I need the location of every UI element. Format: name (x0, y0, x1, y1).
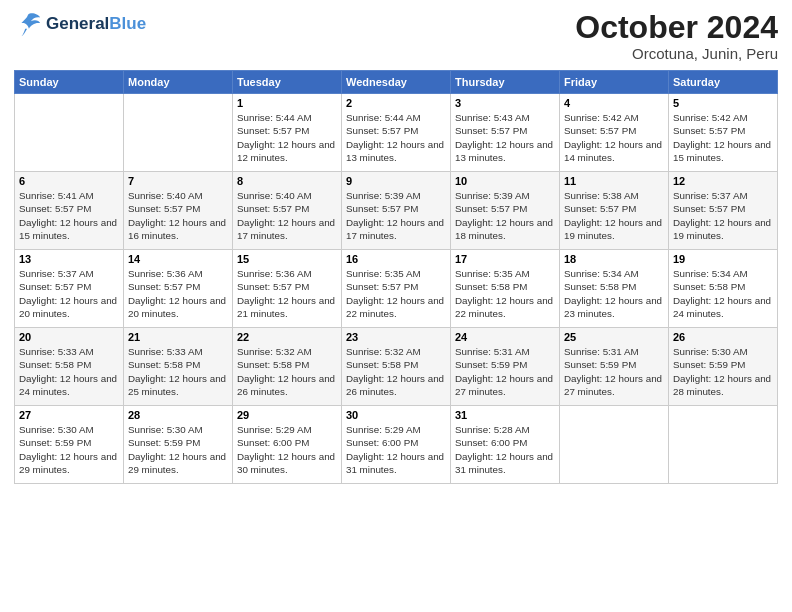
day-info: Sunrise: 5:39 AM Sunset: 5:57 PM Dayligh… (346, 189, 446, 242)
day-number: 4 (564, 97, 664, 109)
calendar-day-cell: 30Sunrise: 5:29 AM Sunset: 6:00 PM Dayli… (342, 406, 451, 484)
day-number: 30 (346, 409, 446, 421)
calendar-week-row: 20Sunrise: 5:33 AM Sunset: 5:58 PM Dayli… (15, 328, 778, 406)
day-info: Sunrise: 5:37 AM Sunset: 5:57 PM Dayligh… (673, 189, 773, 242)
calendar-week-row: 6Sunrise: 5:41 AM Sunset: 5:57 PM Daylig… (15, 172, 778, 250)
calendar-day-cell: 14Sunrise: 5:36 AM Sunset: 5:57 PM Dayli… (124, 250, 233, 328)
day-info: Sunrise: 5:32 AM Sunset: 5:58 PM Dayligh… (237, 345, 337, 398)
day-number: 23 (346, 331, 446, 343)
logo: GeneralBlue (14, 10, 146, 38)
calendar-day-cell: 7Sunrise: 5:40 AM Sunset: 5:57 PM Daylig… (124, 172, 233, 250)
day-info: Sunrise: 5:40 AM Sunset: 5:57 PM Dayligh… (237, 189, 337, 242)
day-number: 3 (455, 97, 555, 109)
calendar-week-row: 13Sunrise: 5:37 AM Sunset: 5:57 PM Dayli… (15, 250, 778, 328)
day-number: 29 (237, 409, 337, 421)
calendar-day-cell: 25Sunrise: 5:31 AM Sunset: 5:59 PM Dayli… (560, 328, 669, 406)
calendar-day-cell: 24Sunrise: 5:31 AM Sunset: 5:59 PM Dayli… (451, 328, 560, 406)
day-info: Sunrise: 5:33 AM Sunset: 5:58 PM Dayligh… (128, 345, 228, 398)
day-number: 31 (455, 409, 555, 421)
day-info: Sunrise: 5:36 AM Sunset: 5:57 PM Dayligh… (237, 267, 337, 320)
day-number: 26 (673, 331, 773, 343)
day-number: 7 (128, 175, 228, 187)
calendar-day-cell: 31Sunrise: 5:28 AM Sunset: 6:00 PM Dayli… (451, 406, 560, 484)
day-info: Sunrise: 5:31 AM Sunset: 5:59 PM Dayligh… (564, 345, 664, 398)
day-number: 22 (237, 331, 337, 343)
calendar-day-cell (15, 94, 124, 172)
calendar-table: SundayMondayTuesdayWednesdayThursdayFrid… (14, 70, 778, 484)
page-subtitle: Orcotuna, Junin, Peru (575, 45, 778, 62)
calendar-day-cell: 12Sunrise: 5:37 AM Sunset: 5:57 PM Dayli… (669, 172, 778, 250)
weekday-header-cell: Tuesday (233, 71, 342, 94)
day-number: 17 (455, 253, 555, 265)
day-info: Sunrise: 5:31 AM Sunset: 5:59 PM Dayligh… (455, 345, 555, 398)
calendar-day-cell: 27Sunrise: 5:30 AM Sunset: 5:59 PM Dayli… (15, 406, 124, 484)
day-info: Sunrise: 5:32 AM Sunset: 5:58 PM Dayligh… (346, 345, 446, 398)
day-number: 27 (19, 409, 119, 421)
day-info: Sunrise: 5:34 AM Sunset: 5:58 PM Dayligh… (673, 267, 773, 320)
day-info: Sunrise: 5:44 AM Sunset: 5:57 PM Dayligh… (346, 111, 446, 164)
day-number: 5 (673, 97, 773, 109)
calendar-day-cell: 5Sunrise: 5:42 AM Sunset: 5:57 PM Daylig… (669, 94, 778, 172)
weekday-header-cell: Thursday (451, 71, 560, 94)
day-number: 28 (128, 409, 228, 421)
day-number: 11 (564, 175, 664, 187)
calendar-day-cell: 15Sunrise: 5:36 AM Sunset: 5:57 PM Dayli… (233, 250, 342, 328)
day-number: 14 (128, 253, 228, 265)
calendar-body: 1Sunrise: 5:44 AM Sunset: 5:57 PM Daylig… (15, 94, 778, 484)
calendar-day-cell: 16Sunrise: 5:35 AM Sunset: 5:57 PM Dayli… (342, 250, 451, 328)
day-number: 19 (673, 253, 773, 265)
weekday-header-cell: Saturday (669, 71, 778, 94)
day-number: 9 (346, 175, 446, 187)
calendar-day-cell (669, 406, 778, 484)
day-info: Sunrise: 5:30 AM Sunset: 5:59 PM Dayligh… (128, 423, 228, 476)
calendar-week-row: 1Sunrise: 5:44 AM Sunset: 5:57 PM Daylig… (15, 94, 778, 172)
calendar-day-cell (124, 94, 233, 172)
calendar-day-cell: 19Sunrise: 5:34 AM Sunset: 5:58 PM Dayli… (669, 250, 778, 328)
logo-icon (14, 10, 42, 38)
calendar-day-cell: 4Sunrise: 5:42 AM Sunset: 5:57 PM Daylig… (560, 94, 669, 172)
day-number: 18 (564, 253, 664, 265)
day-number: 24 (455, 331, 555, 343)
day-number: 20 (19, 331, 119, 343)
day-number: 10 (455, 175, 555, 187)
day-info: Sunrise: 5:44 AM Sunset: 5:57 PM Dayligh… (237, 111, 337, 164)
day-info: Sunrise: 5:35 AM Sunset: 5:58 PM Dayligh… (455, 267, 555, 320)
day-info: Sunrise: 5:39 AM Sunset: 5:57 PM Dayligh… (455, 189, 555, 242)
day-number: 8 (237, 175, 337, 187)
calendar-day-cell: 20Sunrise: 5:33 AM Sunset: 5:58 PM Dayli… (15, 328, 124, 406)
day-info: Sunrise: 5:30 AM Sunset: 5:59 PM Dayligh… (673, 345, 773, 398)
day-info: Sunrise: 5:36 AM Sunset: 5:57 PM Dayligh… (128, 267, 228, 320)
day-number: 16 (346, 253, 446, 265)
day-info: Sunrise: 5:35 AM Sunset: 5:57 PM Dayligh… (346, 267, 446, 320)
day-info: Sunrise: 5:33 AM Sunset: 5:58 PM Dayligh… (19, 345, 119, 398)
day-number: 21 (128, 331, 228, 343)
day-number: 1 (237, 97, 337, 109)
day-number: 13 (19, 253, 119, 265)
day-number: 25 (564, 331, 664, 343)
day-info: Sunrise: 5:42 AM Sunset: 5:57 PM Dayligh… (564, 111, 664, 164)
weekday-header-cell: Sunday (15, 71, 124, 94)
day-info: Sunrise: 5:43 AM Sunset: 5:57 PM Dayligh… (455, 111, 555, 164)
calendar-day-cell: 11Sunrise: 5:38 AM Sunset: 5:57 PM Dayli… (560, 172, 669, 250)
weekday-header-cell: Friday (560, 71, 669, 94)
logo-text: GeneralBlue (46, 15, 146, 34)
day-info: Sunrise: 5:42 AM Sunset: 5:57 PM Dayligh… (673, 111, 773, 164)
calendar-day-cell: 10Sunrise: 5:39 AM Sunset: 5:57 PM Dayli… (451, 172, 560, 250)
day-number: 2 (346, 97, 446, 109)
day-info: Sunrise: 5:29 AM Sunset: 6:00 PM Dayligh… (237, 423, 337, 476)
day-number: 15 (237, 253, 337, 265)
calendar-day-cell: 23Sunrise: 5:32 AM Sunset: 5:58 PM Dayli… (342, 328, 451, 406)
page-title: October 2024 (575, 10, 778, 45)
day-info: Sunrise: 5:40 AM Sunset: 5:57 PM Dayligh… (128, 189, 228, 242)
calendar-day-cell: 13Sunrise: 5:37 AM Sunset: 5:57 PM Dayli… (15, 250, 124, 328)
calendar-day-cell: 2Sunrise: 5:44 AM Sunset: 5:57 PM Daylig… (342, 94, 451, 172)
day-info: Sunrise: 5:29 AM Sunset: 6:00 PM Dayligh… (346, 423, 446, 476)
weekday-header-cell: Wednesday (342, 71, 451, 94)
calendar-day-cell: 21Sunrise: 5:33 AM Sunset: 5:58 PM Dayli… (124, 328, 233, 406)
calendar-day-cell: 28Sunrise: 5:30 AM Sunset: 5:59 PM Dayli… (124, 406, 233, 484)
calendar-day-cell: 29Sunrise: 5:29 AM Sunset: 6:00 PM Dayli… (233, 406, 342, 484)
calendar-day-cell: 8Sunrise: 5:40 AM Sunset: 5:57 PM Daylig… (233, 172, 342, 250)
day-info: Sunrise: 5:34 AM Sunset: 5:58 PM Dayligh… (564, 267, 664, 320)
calendar-day-cell: 17Sunrise: 5:35 AM Sunset: 5:58 PM Dayli… (451, 250, 560, 328)
weekday-header-cell: Monday (124, 71, 233, 94)
